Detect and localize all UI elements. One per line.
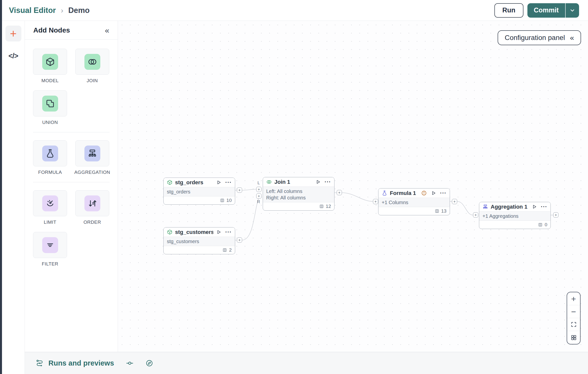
column-count: 12 [326,204,331,209]
play-icon [315,179,321,185]
port-stg-orders-out[interactable]: + [237,187,242,193]
columns-icon [222,248,227,253]
columns-icon [319,204,324,209]
edge-orders-to-join [242,189,256,190]
play-icon [216,229,221,235]
node-title: Formula 1 [390,190,419,196]
add-nodes-header: Add Nodes « [25,21,118,40]
node-formula-1[interactable]: Formula 1 ··· +1 Columns 13 [378,188,450,215]
join-left-port-label: L [257,181,260,186]
tile-union[interactable]: UNION [33,90,67,125]
join-right-config: Right: All columns [266,194,331,201]
formula-summary: +1 Columns [382,199,446,206]
left-toolbar: + </> [2,21,25,374]
add-nodes-title: Add Nodes [33,26,70,34]
runs-and-previews-toggle[interactable]: Runs and previews [36,359,114,367]
collapse-config-icon: « [570,34,574,41]
columns-icon [538,222,543,227]
collapsed-dark-sidebar [0,0,2,374]
breadcrumb-visual-editor[interactable]: Visual Editor [9,6,56,15]
commit-split-button[interactable]: Commit [527,3,579,18]
node-tiles: MODEL JOIN UNION FORMU [25,40,118,267]
tiles-divider [33,132,110,132]
tile-filter[interactable]: FILTER [33,232,67,267]
run-button[interactable]: Run [494,3,523,18]
play-icon [431,190,436,196]
column-count: 0 [545,222,547,227]
add-node-rail-button[interactable]: + [5,26,21,41]
sitemap-icon [87,149,97,158]
run-node-button[interactable] [431,190,436,196]
run-node-button[interactable] [216,180,221,185]
columns-icon [435,209,440,214]
port-aggregation-in[interactable]: + [473,212,478,218]
port-join-right-in[interactable]: + [256,193,261,199]
commit-button[interactable]: Commit [527,3,565,18]
zoom-in-button[interactable]: + [567,292,580,305]
commit-dropdown-button[interactable] [566,3,579,18]
tile-join[interactable]: JOIN [75,49,109,83]
node-subtitle: stg_orders [167,188,232,195]
collapse-panel-icon[interactable]: « [105,26,109,34]
tile-limit-label: LIMIT [44,220,56,225]
port-join-out[interactable]: + [337,190,342,195]
tile-limit[interactable]: LIMIT [33,190,67,225]
tile-formula-label: FORMULA [38,170,62,175]
node-title: Aggregation 1 [491,204,529,210]
tiles-divider [33,182,110,182]
run-node-button[interactable] [531,204,537,210]
tile-union-label: UNION [42,120,58,125]
node-menu-button[interactable]: ··· [325,179,331,185]
configuration-panel-button[interactable]: Configuration panel « [498,30,581,45]
runs-and-previews-label: Runs and previews [48,359,114,367]
zoom-out-button[interactable]: − [567,305,580,318]
node-stg-customers[interactable]: stg_customers ··· stg_customers 2 [163,227,235,254]
column-count: 10 [226,198,232,203]
port-aggregation-out[interactable]: + [553,212,558,218]
route-icon [36,359,44,367]
node-menu-button[interactable]: ··· [440,190,446,196]
breadcrumb-current: Demo [68,6,90,15]
column-count: 13 [441,208,446,214]
port-formula-out[interactable]: + [452,199,457,204]
node-menu-button[interactable]: ··· [225,229,232,235]
breadcrumb-separator: › [61,6,63,15]
node-stg-orders[interactable]: stg_orders ··· stg_orders 10 [163,178,235,205]
breadcrumb: Visual Editor › Demo [9,6,90,15]
fullscreen-icon [570,321,577,328]
bottom-bar: Runs and previews [25,352,588,374]
compass-icon[interactable] [146,359,153,367]
tile-filter-label: FILTER [42,261,58,267]
play-icon [216,180,221,185]
tile-formula[interactable]: FORMULA [33,140,67,175]
node-menu-button[interactable]: ··· [541,204,547,210]
port-stg-customers-out[interactable]: + [237,237,242,243]
sort-icon [87,198,97,208]
zoom-controls: + − [567,292,581,344]
tile-aggregation[interactable]: AGGREGATION [75,140,109,175]
columns-icon [220,198,225,203]
minimap-button[interactable] [567,331,580,344]
cube-icon [167,180,173,185]
node-join-1[interactable]: Join 1 ··· Left: All columns Right: All … [263,177,334,211]
add-nodes-panel: Add Nodes « MODEL JOIN UNION [25,21,118,352]
port-join-left-in[interactable]: + [256,187,261,192]
node-menu-button[interactable]: ··· [225,180,232,185]
git-commit-icon[interactable] [126,359,134,367]
node-aggregation-1[interactable]: Aggregation 1 ··· +1 Aggregations 0 [479,202,551,229]
run-node-button[interactable] [315,179,321,185]
edge-join-to-formula [342,193,373,201]
flow-canvas[interactable]: Configuration panel « stg_orders ··· stg… [118,21,588,352]
port-formula-in[interactable]: + [373,199,378,204]
code-view-button[interactable]: </> [8,52,18,60]
aggregation-summary: +1 Aggregations [482,213,547,219]
union-icon [45,99,55,109]
run-node-button[interactable] [216,229,221,235]
tile-order[interactable]: ORDER [75,190,109,225]
column-count: 2 [229,247,232,253]
tile-model[interactable]: MODEL [33,49,67,83]
edge-formula-to-aggregation [457,201,473,215]
tile-aggregation-label: AGGREGATION [74,170,110,175]
join-right-port-label: R [257,199,260,204]
fit-view-button[interactable] [567,318,580,331]
